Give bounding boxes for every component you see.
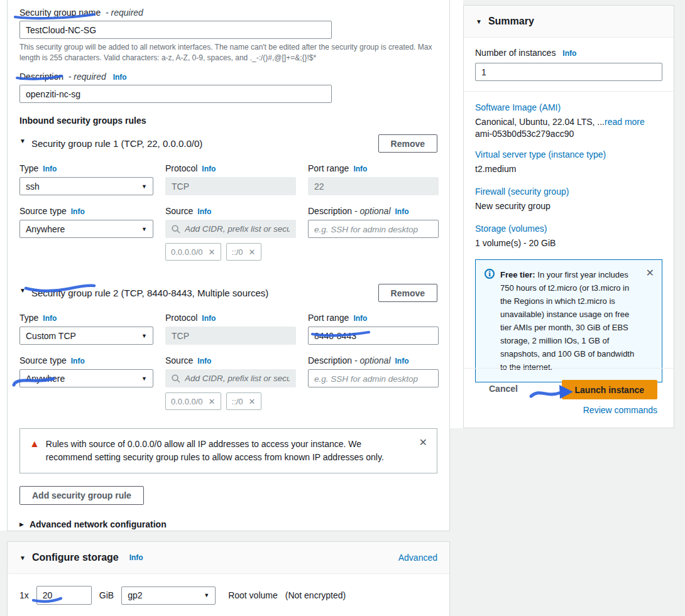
info-link[interactable]: Info	[353, 314, 367, 323]
chevron-down-icon: ▼	[141, 376, 147, 382]
instance-type-group: Virtual server type (instance type) t2.m…	[475, 149, 662, 174]
rule-description-input[interactable]	[308, 369, 439, 387]
cidr-tag: 0.0.0.0/0✕	[165, 243, 221, 261]
info-link[interactable]: Info	[71, 357, 85, 365]
port-range-value: 22	[308, 177, 439, 195]
remove-rule-button[interactable]: Remove	[378, 134, 437, 153]
storage-group: Storage (volumes) 1 volume(s) - 20 GiB	[475, 224, 662, 248]
info-link[interactable]: Info	[202, 165, 216, 173]
number-of-instances-input[interactable]	[475, 63, 662, 81]
info-link[interactable]: Info	[43, 165, 57, 173]
source-input[interactable]: Add CIDR, prefix list or security	[165, 369, 296, 387]
info-link[interactable]: Info	[197, 357, 211, 365]
collapse-caret-icon[interactable]: ▼	[19, 287, 26, 294]
chevron-right-icon: ▶	[19, 521, 24, 527]
type-label: Type	[19, 163, 38, 173]
close-icon[interactable]: ✕	[419, 438, 427, 448]
add-security-group-rule-button[interactable]: Add security group rule	[19, 486, 144, 505]
summary-title: Summary	[488, 16, 534, 27]
free-tier-label: Free tier:	[500, 270, 535, 279]
volume-type-select[interactable]: gp2▼	[121, 586, 216, 605]
info-link[interactable]: Info	[113, 73, 127, 82]
chevron-down-icon: ▼	[141, 333, 147, 339]
info-link[interactable]: Info	[202, 314, 216, 323]
close-icon[interactable]: ✕	[646, 268, 654, 278]
cancel-button[interactable]: Cancel	[489, 380, 518, 394]
rule-description-input[interactable]	[308, 220, 439, 238]
storage-volumes-value: 1 volume(s) - 20 GiB	[475, 238, 662, 248]
info-link[interactable]: Info	[395, 207, 409, 216]
info-link[interactable]: Info	[71, 207, 85, 216]
rule-title: Security group rule 1 (TCP, 22, 0.0.0.0/…	[31, 138, 202, 149]
remove-rule-button[interactable]: Remove	[378, 284, 437, 302]
description-input[interactable]	[19, 85, 332, 103]
remove-tag-icon[interactable]: ✕	[209, 247, 216, 257]
type-field: TypeInfo Custom TCP▼	[19, 313, 153, 345]
configure-storage-title: Configure storage	[32, 552, 119, 563]
summary-footer: Cancel Launch instance Review commands	[464, 368, 674, 428]
description-label-row: Description - required Info	[19, 72, 437, 82]
collapse-caret-icon[interactable]: ▼	[19, 138, 26, 144]
type-select[interactable]: ssh▼	[19, 177, 153, 195]
description-label: Description	[308, 355, 352, 365]
protocol-value: TCP	[165, 327, 296, 345]
root-volume-label: Root volume	[228, 590, 278, 600]
security-group-name-help: This security group will be added to all…	[19, 42, 437, 63]
required-suffix: - required	[103, 8, 143, 18]
collapse-caret-icon[interactable]: ▼	[476, 18, 482, 25]
software-image-group: Software Image (AMI) Canonical, Ubuntu, …	[475, 102, 662, 139]
port-range-field: Port rangeInfo 22	[308, 163, 439, 195]
source-label: Source	[165, 206, 193, 216]
search-icon	[172, 225, 180, 234]
review-commands-link[interactable]: Review commands	[583, 405, 657, 415]
remove-tag-icon[interactable]: ✕	[249, 397, 256, 406]
background-strip	[450, 0, 463, 428]
protocol-field: ProtocolInfo TCP	[165, 313, 296, 345]
cidr-tag: ::/0✕	[226, 392, 261, 410]
network-settings-card: Security group name - required This secu…	[7, 0, 450, 531]
storage-advanced-link[interactable]: Advanced	[398, 553, 437, 563]
remove-tag-icon[interactable]: ✕	[209, 397, 216, 406]
source-type-field: Source typeInfo Anywhere▼	[19, 355, 153, 387]
info-link[interactable]: Info	[129, 553, 143, 562]
info-link[interactable]: Info	[353, 165, 367, 173]
encryption-status: (Not encrypted)	[285, 590, 346, 600]
info-link[interactable]: Info	[43, 314, 57, 323]
software-image-text: Canonical, Ubuntu, 22.04 LTS, ...	[475, 117, 605, 127]
read-more-link[interactable]: read more	[605, 117, 645, 127]
rule-title: Security group rule 2 (TCP, 8440-8443, M…	[31, 288, 268, 298]
port-range-input[interactable]	[308, 327, 439, 345]
source-type-select[interactable]: Anywhere▼	[19, 369, 153, 387]
security-group-rule-2: ▼ Security group rule 2 (TCP, 8440-8443,…	[19, 284, 437, 410]
advanced-network-configuration-toggle[interactable]: ▶ Advanced network configuration	[19, 519, 437, 529]
free-tier-info-box: i Free tier: In your first year includes…	[475, 259, 662, 382]
search-icon	[172, 374, 180, 383]
security-group-rule-1: ▼ Security group rule 1 (TCP, 22, 0.0.0.…	[19, 134, 437, 261]
inbound-rules-title: Inbound security groups rules	[19, 116, 437, 126]
instance-type-link[interactable]: Virtual server type (instance type)	[475, 149, 606, 159]
source-input[interactable]: Add CIDR, prefix list or security	[165, 220, 296, 238]
volume-size-input[interactable]	[36, 586, 92, 605]
configure-storage-card: ▼ Configure storage Info Advanced 1x GiB…	[7, 541, 450, 616]
software-image-link[interactable]: Software Image (AMI)	[475, 102, 561, 112]
info-link[interactable]: Info	[562, 49, 576, 58]
source-field: SourceInfo Add CIDR, prefix list or secu…	[165, 206, 296, 261]
info-link[interactable]: Info	[395, 357, 409, 365]
warning-triangle-icon: ▲︎	[30, 438, 40, 450]
type-label: Type	[19, 313, 38, 323]
firewall-link[interactable]: Firewall (security group)	[475, 186, 569, 197]
ami-id: ami-053b0d53c279acc90	[475, 129, 662, 139]
type-select[interactable]: Custom TCP▼	[19, 327, 153, 345]
info-circle-icon: i	[485, 269, 495, 279]
security-group-name-label: Security group name	[19, 8, 101, 18]
background-strip	[0, 0, 7, 531]
protocol-label: Protocol	[165, 313, 197, 323]
security-group-name-input[interactable]	[19, 21, 332, 39]
remove-tag-icon[interactable]: ✕	[249, 247, 256, 257]
source-type-select[interactable]: Anywhere▼	[19, 220, 153, 238]
source-type-label: Source type	[19, 355, 67, 365]
collapse-caret-icon[interactable]: ▼	[19, 554, 26, 561]
info-link[interactable]: Info	[197, 207, 211, 216]
launch-instance-button[interactable]: Launch instance	[562, 380, 657, 399]
storage-volumes-link[interactable]: Storage (volumes)	[475, 224, 547, 234]
